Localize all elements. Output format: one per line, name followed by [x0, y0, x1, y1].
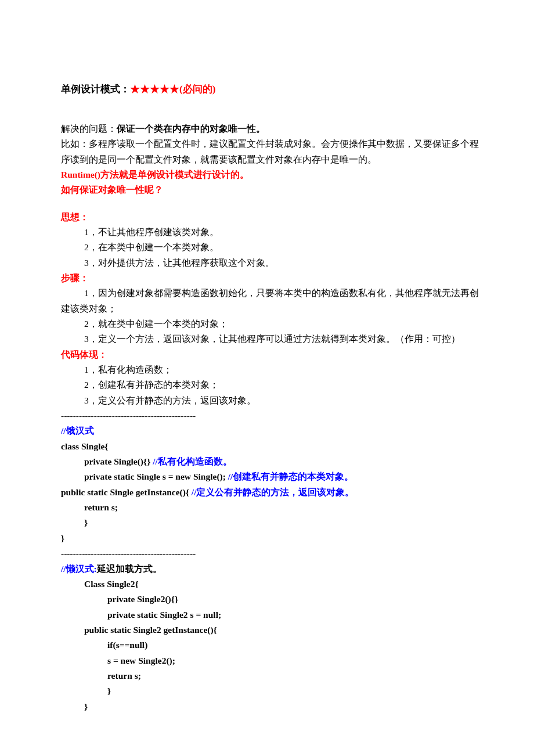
step-2: 2，就在类中创建一个本类的对象；	[61, 316, 479, 332]
eager-l4b: //定义公有并静态的方法，返回该对象。	[192, 487, 355, 497]
think-1: 1，不让其他程序创建该类对象。	[61, 225, 479, 240]
title: 单例设计模式：★★★★★(必问的)	[61, 81, 479, 98]
document-page: 单例设计模式：★★★★★(必问的) 解决的问题：保证一个类在内存中的对象唯一性。…	[0, 0, 534, 756]
eager-l4a: public static Single getInstance(){	[61, 487, 192, 497]
lazy-label-b: 延迟加载方式。	[97, 564, 162, 574]
eager-l3b: //创建私有并静态的本类对象。	[228, 471, 354, 481]
title-prefix: 单例设计模式：	[61, 84, 130, 95]
lazy-label-a: //懒汉式:	[61, 564, 97, 574]
lazy-l9: }	[61, 699, 479, 714]
eager-label: //饿汉式	[61, 423, 479, 438]
lazy-l1: Class Single2{	[61, 577, 479, 592]
eager-l2b: //私有化构造函数。	[153, 456, 232, 466]
think-2: 2，在本类中创建一个本类对象。	[61, 240, 479, 255]
title-stars: ★★★★★	[130, 84, 179, 95]
eager-l3: private static Single s = new Single(); …	[61, 469, 479, 484]
title-suffix: (必问的)	[179, 84, 215, 95]
intro1b: 保证一个类在内存中的对象唯一性。	[117, 124, 265, 134]
eager-l6: }	[61, 515, 479, 530]
intro-line-3: Runtime()方法就是单例设计模式进行设计的。	[61, 167, 479, 182]
step-1: 1，因为创建对象都需要构造函数初始化，只要将本类中的构造函数私有化，其他程序就无…	[61, 286, 479, 316]
eager-l4: public static Single getInstance(){ //定义…	[61, 485, 479, 500]
intro-line-1: 解决的问题：保证一个类在内存中的对象唯一性。	[61, 121, 479, 136]
eager-l3a: private static Single s = new Single();	[84, 471, 228, 481]
lazy-l3: private static Single2 s = null;	[61, 607, 479, 622]
lazy-l6: s = new Single2();	[61, 653, 479, 668]
separator-2: ----------------------------------------…	[61, 546, 479, 561]
heading-code: 代码体现：	[61, 347, 479, 362]
heading-steps: 步骤：	[61, 271, 479, 286]
intro-line-4: 如何保证对象唯一性呢？	[61, 182, 479, 197]
eager-l2: private Single(){} //私有化构造函数。	[61, 454, 479, 469]
lazy-l2: private Single2(){}	[61, 592, 479, 607]
think-3: 3，对外提供方法，让其他程序获取这个对象。	[61, 255, 479, 271]
intro1a: 解决的问题：	[61, 124, 117, 134]
heading-think: 思想：	[61, 210, 479, 225]
lazy-label: //懒汉式:延迟加载方式。	[61, 561, 479, 577]
lazy-l4: public static Single2 getInstance(){	[61, 622, 479, 638]
step-3: 3，定义一个方法，返回该对象，让其他程序可以通过方法就得到本类对象。（作用：可控…	[61, 332, 479, 347]
code-3: 3，定义公有并静态的方法，返回该对象。	[61, 393, 479, 408]
separator-1: ----------------------------------------…	[61, 408, 479, 423]
lazy-l7: return s;	[61, 668, 479, 683]
eager-l5: return s;	[61, 500, 479, 515]
eager-l1: class Single{	[61, 439, 479, 454]
lazy-l8: }	[61, 683, 479, 699]
lazy-l5: if(s==null)	[61, 638, 479, 653]
eager-l2a: private Single(){}	[84, 456, 153, 466]
intro-line-2: 比如：多程序读取一个配置文件时，建议配置文件封装成对象。会方便操作其中数据，又要…	[61, 136, 479, 167]
code-2: 2，创建私有并静态的本类对象；	[61, 377, 479, 393]
code-1: 1，私有化构造函数；	[61, 362, 479, 377]
eager-l7: }	[61, 531, 479, 546]
